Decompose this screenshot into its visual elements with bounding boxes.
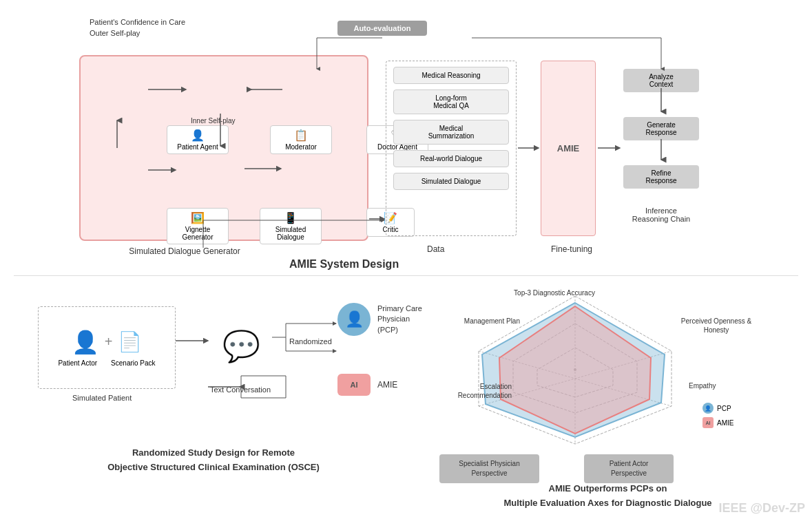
data-label: Data xyxy=(427,244,444,254)
patient-agent-box: 👤 Patient Agent xyxy=(167,125,229,154)
patient-actor-btn: Patient Actor Perspective xyxy=(584,454,674,483)
fine-tuning-label: Fine-tuning xyxy=(551,244,592,254)
vignette-generator-box: 🖼️ Vignette Generator xyxy=(167,208,229,244)
section-divider xyxy=(14,275,798,276)
moderator-box: 📋 Moderator xyxy=(270,125,332,154)
empathy-label: Empathy xyxy=(689,382,716,390)
inner-selfplay-label: Inner Self-play xyxy=(191,117,235,125)
refine-response-box: RefineResponse xyxy=(623,165,699,189)
dialogue-icon: 📱 xyxy=(266,211,315,224)
pcp-legend-item: 👤 PCP xyxy=(702,403,733,414)
simulated-dialogue-outer-box: Inner Self-play 👤 Patient Agent 📋 Modera… xyxy=(79,55,368,241)
data-item-medical-reasoning: Medical Reasoning xyxy=(393,67,509,84)
amie-legend-icon: AI xyxy=(702,417,714,428)
top-diagnostic-label: Top-3 Diagnostic Accuracy xyxy=(513,289,596,297)
amie-bottom-block: AI AMIE xyxy=(337,374,397,396)
patient-actor-label: Patient Actor xyxy=(58,359,97,367)
plus-sign: + xyxy=(105,334,113,350)
simulated-patient-box: 👤 + 📄 Patient Actor Scenario Pack xyxy=(38,306,176,389)
auto-eval-box: Auto-evaluation xyxy=(337,21,427,36)
escalation-label: Escalation Recommendation xyxy=(433,382,512,400)
vignette-icon: 🖼️ xyxy=(173,211,222,224)
amie-legend-item: AI AMIE xyxy=(702,417,733,428)
inference-chain-label: InferenceReasoning Chain xyxy=(623,206,699,223)
management-plan-label: Management Plan xyxy=(444,317,520,326)
scenario-pack-label: Scenario Pack xyxy=(111,359,155,367)
randomized-label: Randomized xyxy=(289,337,332,346)
watermark: IEEE @Dev-ZP xyxy=(718,501,805,516)
specialist-physician-btn: Specialist Physician Perspective xyxy=(439,454,539,483)
amie-badge: AI xyxy=(337,374,371,396)
main-container: { "top": { "auto_eval": "Auto-evaluation… xyxy=(0,0,812,519)
sdg-label: Simulated Dialogue Generator xyxy=(116,246,253,256)
pcp-legend-label: PCP xyxy=(717,405,731,412)
svg-marker-28 xyxy=(513,324,637,413)
pcp-label: Primary CarePhysician(PCP) xyxy=(377,304,422,335)
simulated-patient-label: Simulated Patient xyxy=(72,394,132,402)
data-item-realworld-dialogue: Real-world Dialogue xyxy=(393,150,509,167)
text-conv-label: Text Conversation xyxy=(210,385,271,394)
legend-container: 👤 PCP AI AMIE xyxy=(702,403,733,428)
simulated-dialogue-box: 📱 Simulated Dialogue xyxy=(260,208,322,244)
scenario-pack-icon: 📄 xyxy=(118,330,142,353)
moderator-icon: 📋 xyxy=(276,129,326,142)
amie-bottom-label: AMIE xyxy=(377,380,397,390)
svg-marker-29 xyxy=(537,348,613,397)
patient-actor-icon: 👤 xyxy=(72,329,99,355)
pcp-avatar: 👤 xyxy=(337,303,371,336)
pcp-legend-icon: 👤 xyxy=(702,403,714,414)
chat-icon: 💬 xyxy=(222,328,260,364)
amie-box: AMIE xyxy=(541,61,596,236)
svg-marker-35 xyxy=(499,306,651,434)
generate-response-box: GenerateResponse xyxy=(623,117,699,140)
outer-selfplay-label: Outer Self-play xyxy=(90,29,140,37)
svg-point-30 xyxy=(574,368,576,371)
system-design-title: AMIE System Design xyxy=(289,258,399,271)
osce-title: Randomized Study Design for Remote Objec… xyxy=(28,446,399,475)
data-item-simulated-dialogue: Simulated Dialogue xyxy=(393,173,509,190)
person-icon: 👤 xyxy=(173,129,222,142)
pcp-block: 👤 Primary CarePhysician(PCP) xyxy=(337,303,422,336)
amie-legend-label: AMIE xyxy=(717,419,733,427)
text-conversation-box: 💬 xyxy=(210,315,272,377)
analyze-context-box: AnalyzeContext xyxy=(623,69,699,92)
radar-chart-svg xyxy=(430,286,720,451)
data-section-box: Medical Reasoning Long-formMedical QA Me… xyxy=(386,61,517,236)
patients-confidence-label: Patient's Confidence in Care xyxy=(90,18,185,26)
data-item-longform-qa: Long-formMedical QA xyxy=(393,89,509,114)
data-item-medical-summ: MedicalSummarization xyxy=(393,120,509,145)
perceived-openness-label: Perceived Openness & Honesty xyxy=(675,317,758,335)
